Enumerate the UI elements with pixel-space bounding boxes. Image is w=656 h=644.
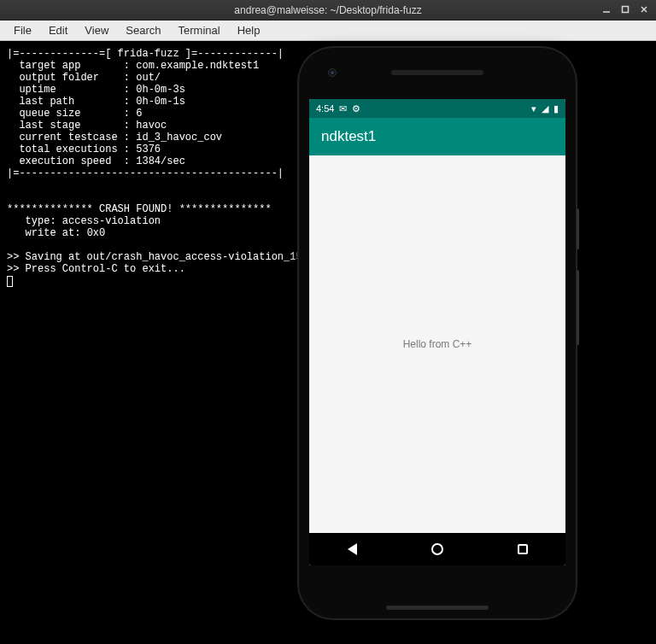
phone-screen[interactable]: 4:54 ✉ ⚙ ▾ ◢ ▮ ndktest1 Hello from C++ xyxy=(309,99,565,565)
term-line: >> Press Control-C to exit... xyxy=(7,263,185,275)
term-value: 5376 xyxy=(136,143,161,155)
term-value: 1384/sec xyxy=(136,155,185,167)
battery-icon: ▮ xyxy=(554,103,559,114)
phone-home-bar xyxy=(386,606,489,610)
term-label: last stage : xyxy=(7,120,130,132)
term-value: 0h-0m-1s xyxy=(136,96,185,108)
term-label: execution speed : xyxy=(7,155,130,167)
maximize-button[interactable] xyxy=(617,2,634,17)
app-content: Hello from C++ xyxy=(309,155,565,533)
app-bar: ndktest1 xyxy=(309,118,565,155)
term-value: 6 xyxy=(136,108,142,120)
signal-icon: ◢ xyxy=(542,103,548,114)
android-navbar xyxy=(309,533,565,565)
android-statusbar[interactable]: 4:54 ✉ ⚙ ▾ ◢ ▮ xyxy=(309,99,565,118)
menu-search[interactable]: Search xyxy=(117,22,169,38)
window-title: andrea@malweisse: ~/Desktop/frida-fuzz xyxy=(234,4,421,16)
term-value: com.example.ndktest1 xyxy=(136,60,259,72)
back-triangle-icon xyxy=(348,543,357,555)
menu-view[interactable]: View xyxy=(76,22,117,38)
term-label: type: xyxy=(7,215,56,227)
term-value: out/ xyxy=(136,72,161,84)
term-label: target app : xyxy=(7,60,130,72)
minimize-button[interactable] xyxy=(598,2,615,17)
term-line: |=-------------=[ frida-fuzz ]=---------… xyxy=(7,48,284,60)
close-button[interactable] xyxy=(636,2,653,17)
term-label: last path : xyxy=(7,96,130,108)
terminal-cursor xyxy=(7,276,13,287)
home-circle-icon xyxy=(431,543,443,555)
term-value: 0h-0m-3s xyxy=(136,84,185,96)
phone-side-button xyxy=(577,270,579,345)
phone-camera xyxy=(328,68,337,77)
term-value: havoc xyxy=(136,120,167,132)
menubar: File Edit View Search Terminal Help xyxy=(0,20,656,41)
menu-file[interactable]: File xyxy=(5,22,40,38)
phone-speaker xyxy=(391,70,483,75)
term-line: >> Saving at out/crash_havoc_access-viol… xyxy=(7,251,302,263)
term-value: access-violation xyxy=(62,215,161,227)
nav-back-button[interactable] xyxy=(326,533,378,565)
window-controls xyxy=(598,2,653,17)
term-crash: ************** CRASH FOUND! ************… xyxy=(7,203,272,215)
status-time: 4:54 xyxy=(316,103,334,114)
app-title: ndktest1 xyxy=(321,128,376,145)
phone-frame: 4:54 ✉ ⚙ ▾ ◢ ▮ ndktest1 Hello from C++ xyxy=(299,48,576,618)
term-label: write at: xyxy=(7,227,80,239)
menu-edit[interactable]: Edit xyxy=(40,22,76,38)
svg-rect-1 xyxy=(623,7,629,13)
wifi-icon: ▾ xyxy=(531,103,536,114)
window-titlebar: andrea@malweisse: ~/Desktop/frida-fuzz xyxy=(0,0,656,20)
nav-home-button[interactable] xyxy=(412,533,463,565)
phone-side-button xyxy=(577,208,579,249)
term-label: total executions : xyxy=(7,143,130,155)
term-label: uptime : xyxy=(7,84,130,96)
nav-overview-button[interactable] xyxy=(497,533,548,565)
term-label: output folder : xyxy=(7,72,130,84)
term-label: queue size : xyxy=(7,108,130,120)
debug-icon: ⚙ xyxy=(352,103,360,114)
overview-square-icon xyxy=(518,544,528,554)
term-line: |=--------------------------------------… xyxy=(7,167,284,179)
term-value: id_3_havoc_cov xyxy=(136,132,222,143)
term-label: current testcase : xyxy=(7,132,130,143)
menu-terminal[interactable]: Terminal xyxy=(170,22,229,38)
mail-icon: ✉ xyxy=(339,103,347,114)
term-value: 0x0 xyxy=(87,227,106,239)
menu-help[interactable]: Help xyxy=(229,22,269,38)
content-text: Hello from C++ xyxy=(403,338,472,350)
